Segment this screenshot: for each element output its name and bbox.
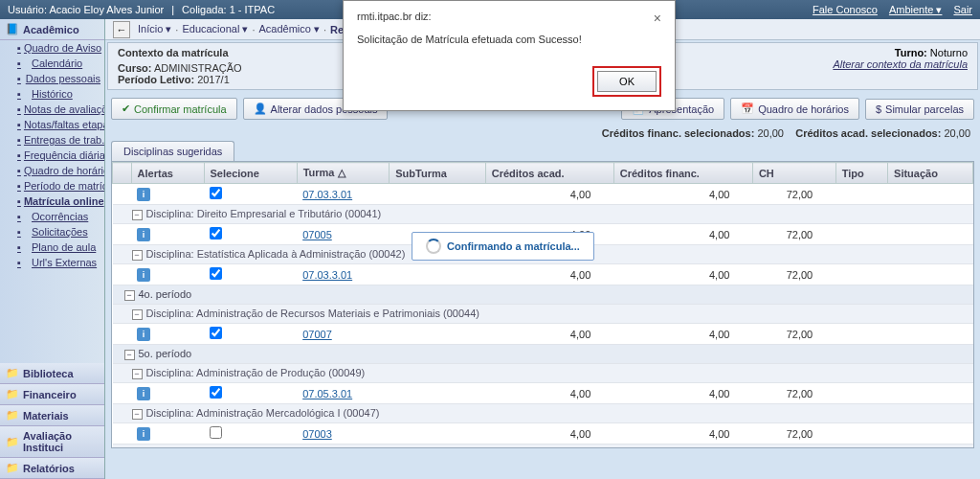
sidebar-item[interactable]: ▪Quadro de Aviso [0, 40, 104, 56]
sair-link[interactable]: Sair [953, 4, 972, 16]
money-icon: $ [876, 103, 881, 115]
collapse-icon[interactable]: − [132, 369, 143, 379]
section-icon: 📁 [6, 409, 19, 422]
alterar-contexto-link[interactable]: Alterar contexto da matrícula [833, 58, 968, 70]
table-row: −Disciplina: Comportamento Organizaciona… [113, 445, 973, 449]
sidebar-item[interactable]: ▪Matrícula online [0, 194, 104, 209]
ok-highlight: OK [592, 66, 661, 97]
sidebar-item[interactable]: ▪Período de matrícul [0, 178, 104, 194]
table-row: i07.03.3.014,004,0072,00 [113, 184, 973, 205]
sidebar-item[interactable]: ▪Notas/faltas etapas [0, 117, 104, 132]
column-header[interactable]: CH [752, 163, 835, 184]
section-icon: 📁 [6, 436, 19, 448]
select-checkbox[interactable] [210, 327, 222, 339]
grid: AlertasSelecioneTurma △SubTurmaCréditos … [111, 161, 974, 448]
column-header[interactable]: Alertas [131, 163, 204, 184]
turma-link[interactable]: 07.05.3.01 [302, 388, 352, 399]
turma-link[interactable]: 07007 [302, 329, 332, 340]
ambiente-menu[interactable]: Ambiente ▾ [889, 4, 943, 16]
dialog-body: Solicitação de Matrícula efetuada com Su… [344, 30, 675, 58]
sidebar-item[interactable]: ▪Calendário [0, 56, 104, 71]
section-icon: 📁 [6, 462, 19, 474]
table-row: −4o. período [113, 285, 973, 305]
select-checkbox[interactable] [210, 227, 222, 240]
sidebar-section[interactable]: 📁Relatórios [0, 458, 104, 479]
table-row: −Disciplina: Administração de Produção (… [113, 364, 973, 383]
collapse-icon[interactable]: − [124, 350, 135, 360]
simular-parcelas-button[interactable]: $ Simular parcelas [865, 99, 974, 120]
item-icon: ▪ [17, 42, 21, 54]
sidebar-item[interactable]: ▪Plano de aula [0, 240, 104, 255]
collapse-icon[interactable]: − [132, 309, 143, 320]
item-icon: ▪ [17, 119, 21, 130]
sidebar-item[interactable]: ▪Notas de avaliaçõe [0, 102, 104, 117]
dialog-title: rmti.itpac.br diz: [357, 11, 432, 26]
item-icon: ▪ [17, 257, 29, 268]
confirmar-matricula-button[interactable]: ✔ Confirmar matrícula [111, 98, 237, 120]
turma-link[interactable]: 07.03.3.01 [302, 269, 352, 281]
column-header[interactable]: Situação [888, 163, 973, 184]
column-header[interactable]: Tipo [835, 163, 887, 184]
collapse-icon[interactable]: − [132, 250, 143, 261]
select-checkbox[interactable] [210, 267, 222, 280]
sidebar-item[interactable]: ▪Entregas de trab./a [0, 132, 104, 148]
back-button[interactable]: ← [113, 21, 130, 38]
column-header[interactable]: Créditos financ. [613, 163, 752, 184]
column-header[interactable] [113, 163, 132, 184]
select-checkbox[interactable] [210, 386, 222, 399]
ok-button[interactable]: OK [597, 71, 657, 92]
select-checkbox[interactable] [210, 187, 222, 199]
collapse-icon[interactable]: − [132, 210, 143, 220]
sidebar-item[interactable]: ▪Frequência diária [0, 148, 104, 163]
tab-disciplinas-sugeridas[interactable]: Disciplinas sugeridas [111, 141, 234, 161]
sidebar-section[interactable]: 📁Financeiro [0, 384, 104, 405]
sidebar-item[interactable]: ▪Histórico [0, 86, 104, 102]
close-icon[interactable]: × [654, 11, 661, 26]
sidebar-item[interactable]: ▪Dados pessoais [0, 71, 104, 86]
sidebar-section[interactable]: 📁Biblioteca [0, 363, 104, 384]
info-icon[interactable]: i [137, 387, 150, 400]
item-icon: ▪ [17, 149, 21, 161]
sidebar-section[interactable]: 📁Avaliação Instituci [0, 426, 104, 458]
quadro-horarios-button[interactable]: 📅 Quadro de horários [730, 98, 859, 120]
item-icon: ▪ [17, 88, 29, 100]
section-icon: 📁 [6, 367, 19, 379]
item-icon: ▪ [17, 165, 21, 176]
column-header[interactable]: Créditos acad. [485, 163, 613, 184]
crumb[interactable]: Início ▾ [138, 23, 171, 35]
column-header[interactable]: Selecione [204, 163, 297, 184]
turma-link[interactable]: 07005 [302, 229, 332, 240]
turma-link[interactable]: 07.03.3.01 [302, 189, 352, 200]
info-icon[interactable]: i [137, 268, 150, 282]
crumb[interactable]: Educacional ▾ [182, 23, 248, 35]
info-icon[interactable]: i [137, 328, 150, 341]
crumb[interactable]: Acadêmico ▾ [258, 23, 319, 35]
check-icon: ✔ [122, 103, 130, 115]
info-icon[interactable]: i [137, 427, 150, 441]
section-icon: 📁 [6, 388, 19, 400]
info-icon[interactable]: i [137, 228, 150, 241]
column-header[interactable]: Turma △ [297, 163, 390, 184]
sidebar-section[interactable]: 📁Materiais [0, 405, 104, 426]
sidebar: 📘 Acadêmico ▪Quadro de Aviso▪Calendário▪… [0, 19, 105, 479]
table-row: −Disciplina: Administração de Recursos M… [113, 305, 973, 324]
sidebar-item[interactable]: ▪Ocorrências [0, 209, 104, 224]
sidebar-item[interactable]: ▪Solicitações [0, 224, 104, 240]
sidebar-item[interactable]: ▪Quadro de horários [0, 163, 104, 178]
turma-link[interactable]: 07003 [302, 428, 332, 440]
info-icon[interactable]: i [137, 188, 150, 201]
collapse-icon[interactable]: − [124, 290, 135, 301]
select-checkbox[interactable] [210, 426, 222, 439]
sidebar-section-academico[interactable]: 📘 Acadêmico [0, 19, 104, 40]
column-header[interactable]: SubTurma [390, 163, 485, 184]
fale-conosco-link[interactable]: Fale Conosco [813, 4, 878, 16]
sidebar-item[interactable]: ▪Url's Externas [0, 255, 104, 270]
item-icon: ▪ [17, 73, 23, 84]
calendar-icon: 📅 [741, 103, 754, 115]
table-row: i070074,004,0072,00 [113, 324, 973, 345]
credits-bar: Créditos financ. selecionados: 20,00 Cré… [105, 125, 980, 141]
collapse-icon[interactable]: − [132, 409, 143, 420]
item-icon: ▪ [17, 241, 29, 253]
book-icon: 📘 [6, 23, 19, 35]
person-icon: 👤 [254, 103, 267, 115]
